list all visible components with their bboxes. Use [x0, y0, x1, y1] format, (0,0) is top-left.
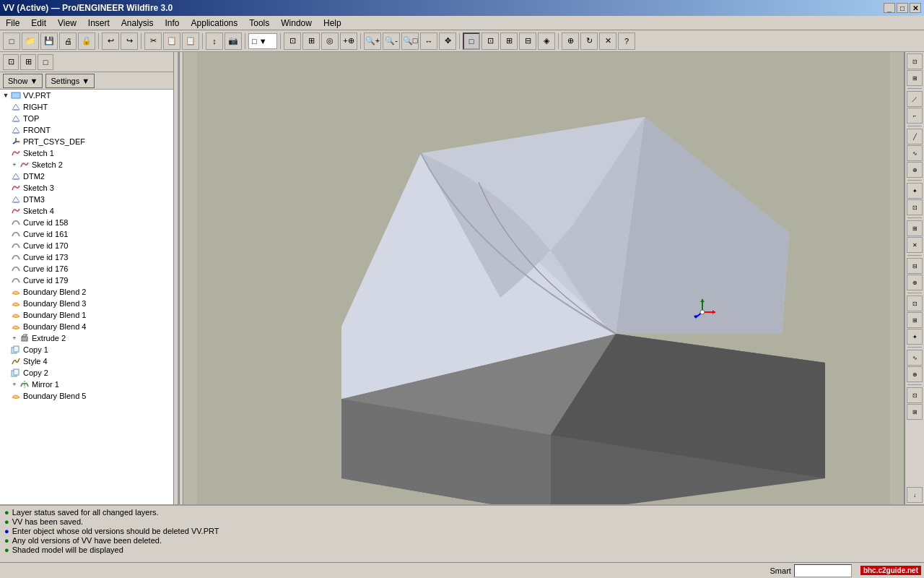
rt-btn-5[interactable]: ╱	[907, 129, 923, 144]
tb-extra2[interactable]: ⊞	[302, 33, 320, 50]
rt-btn-14[interactable]: ⊡	[907, 296, 923, 311]
rt-btn-12[interactable]: ⊟	[907, 258, 923, 274]
panel-tree-btn2[interactable]: ⊞	[20, 54, 36, 70]
persp-button[interactable]: ◈	[538, 33, 555, 50]
rt-btn-10[interactable]: ⊞	[907, 220, 923, 236]
tree-item-copy1[interactable]: Copy 1	[0, 344, 178, 355]
tree-item-curve173[interactable]: Curve id 173	[0, 251, 178, 263]
3d-viewport[interactable]	[183, 52, 904, 504]
close-button[interactable]: ✕	[910, 3, 921, 13]
rt-btn-11[interactable]: ✕	[907, 237, 923, 253]
rt-btn-16[interactable]: ✦	[907, 329, 923, 345]
paste-button[interactable]: 📋	[182, 33, 199, 50]
tree-item-curve170[interactable]: Curve id 170	[0, 240, 178, 251]
tree-item-curve176[interactable]: Curve id 176	[0, 263, 178, 275]
flip-button[interactable]: ↕	[206, 33, 223, 50]
spin-button[interactable]: ↻	[580, 33, 598, 50]
lock-button[interactable]: 🔒	[78, 33, 95, 50]
tree-item-boundary2[interactable]: Boundary Blend 2	[0, 286, 178, 298]
rt-btn-19[interactable]: ⊡	[907, 387, 923, 403]
undo-button[interactable]: ↩	[102, 33, 119, 50]
panel-tree-btn1[interactable]: ⊡	[3, 54, 19, 70]
tb-extra4[interactable]: +⊕	[340, 33, 357, 50]
expand-sketch2[interactable]: +	[10, 160, 19, 169]
copy-button[interactable]: 📋	[163, 33, 180, 50]
rt-btn-1[interactable]: ⊡	[907, 53, 923, 69]
show-button[interactable]: Show ▼	[3, 74, 43, 88]
tree-item-extrude2[interactable]: + Extrude 2	[0, 332, 178, 344]
rt-btn-7[interactable]: ⊕	[907, 162, 923, 178]
tree-item-style4[interactable]: Style 4	[0, 355, 178, 367]
tree-item-csys[interactable]: PRT_CSYS_DEF	[0, 136, 178, 147]
zoom-fit-button[interactable]: 🔍□	[401, 33, 419, 50]
rt-btn-2[interactable]: ⊞	[907, 70, 923, 86]
window-controls[interactable]: _ □ ✕	[884, 3, 921, 13]
menu-file[interactable]: File	[3, 18, 22, 28]
rt-btn-3[interactable]: ／	[907, 91, 923, 107]
menu-insert[interactable]: Insert	[85, 18, 113, 28]
rt-btn-20[interactable]: ⊞	[907, 404, 923, 420]
expand-extrude2[interactable]: +	[10, 334, 19, 342]
cut-button[interactable]: ✂	[144, 33, 162, 50]
zoom-out-button[interactable]: 🔍-	[383, 33, 400, 50]
save-button[interactable]: 💾	[40, 33, 58, 50]
tree-item-sketch4[interactable]: Sketch 4	[0, 205, 178, 217]
tree-item-boundary1[interactable]: Boundary Blend 1	[0, 309, 178, 321]
tb-extra3[interactable]: ◎	[321, 33, 339, 50]
zoom-in-button[interactable]: 🔍+	[364, 33, 381, 50]
menu-view[interactable]: View	[55, 18, 79, 28]
expand-vv-prt[interactable]: ▼	[1, 91, 10, 100]
menu-window[interactable]: Window	[278, 18, 315, 28]
settings-button[interactable]: Settings ▼	[45, 74, 95, 88]
minimize-button[interactable]: _	[884, 3, 895, 13]
expand-mirror1[interactable]: +	[10, 380, 19, 389]
tree-item-curve161[interactable]: Curve id 161	[0, 228, 178, 240]
menu-applications[interactable]: Applications	[188, 18, 241, 28]
rt-btn-8[interactable]: ✦	[907, 183, 923, 199]
help-button[interactable]: ?	[618, 33, 635, 50]
tree-item-right[interactable]: RIGHT	[0, 101, 178, 113]
tb-extra1[interactable]: ⊡	[284, 33, 301, 50]
view-man-button[interactable]: ⊕	[562, 33, 579, 50]
hidden-button[interactable]: ⊞	[500, 33, 518, 50]
new-button[interactable]: □	[3, 33, 20, 50]
tree-item-mirror1[interactable]: + Mirror 1	[0, 379, 178, 390]
wireframe-button[interactable]: ⊡	[481, 33, 499, 50]
tree-item-boundary5[interactable]: Boundary Blend 5	[0, 390, 178, 402]
rt-btn-6[interactable]: ∿	[907, 145, 923, 161]
tree-item-dtm2[interactable]: DTM2	[0, 171, 178, 182]
rt-scroll-down[interactable]: ↓	[907, 487, 923, 503]
rt-btn-15[interactable]: ⊞	[907, 312, 923, 328]
rt-btn-13[interactable]: ⊕	[907, 275, 923, 290]
smart-input[interactable]	[794, 564, 852, 577]
tree-item-front[interactable]: FRONT	[0, 124, 178, 136]
panel-tree-btn3[interactable]: □	[38, 54, 53, 70]
tree-item-curve158[interactable]: Curve id 158	[0, 217, 178, 228]
tree-item-boundary4[interactable]: Boundary Blend 4	[0, 321, 178, 332]
axes-button[interactable]: ✕	[599, 33, 616, 50]
camera-button[interactable]: 📷	[225, 33, 242, 50]
panel-resize-handle[interactable]	[173, 52, 178, 504]
rt-btn-9[interactable]: ⊡	[907, 199, 923, 215]
tree-item-boundary3[interactable]: Boundary Blend 3	[0, 298, 178, 309]
tree-item-copy2[interactable]: Copy 2	[0, 367, 178, 379]
menu-tools[interactable]: Tools	[246, 18, 272, 28]
redo-button[interactable]: ↪	[121, 33, 138, 50]
tree-item-sketch2[interactable]: + Sketch 2	[0, 159, 178, 171]
rt-btn-17[interactable]: ∿	[907, 350, 923, 366]
tree-item-sketch3[interactable]: Sketch 3	[0, 182, 178, 194]
tree-item-top[interactable]: TOP	[0, 113, 178, 124]
tree-item-vv-prt[interactable]: ▼ VV.PRT	[0, 90, 178, 101]
tree-item-curve179[interactable]: Curve id 179	[0, 275, 178, 286]
zoom-area-button[interactable]: ↔	[420, 33, 437, 50]
tree-item-dtm3[interactable]: DTM3	[0, 194, 178, 205]
tree-item-sketch1[interactable]: Sketch 1	[0, 147, 178, 159]
open-button[interactable]: 📁	[22, 33, 39, 50]
rt-btn-4[interactable]: ⌐	[907, 108, 923, 124]
view-dropdown[interactable]: □ ▼	[248, 33, 277, 49]
shading-button[interactable]: □	[463, 33, 480, 50]
print-button[interactable]: 🖨	[59, 33, 77, 50]
model-tree[interactable]: ▼ VV.PRT RIGHT TOP	[0, 90, 178, 504]
menu-analysis[interactable]: Analysis	[118, 18, 157, 28]
menu-info[interactable]: Info	[162, 18, 183, 28]
